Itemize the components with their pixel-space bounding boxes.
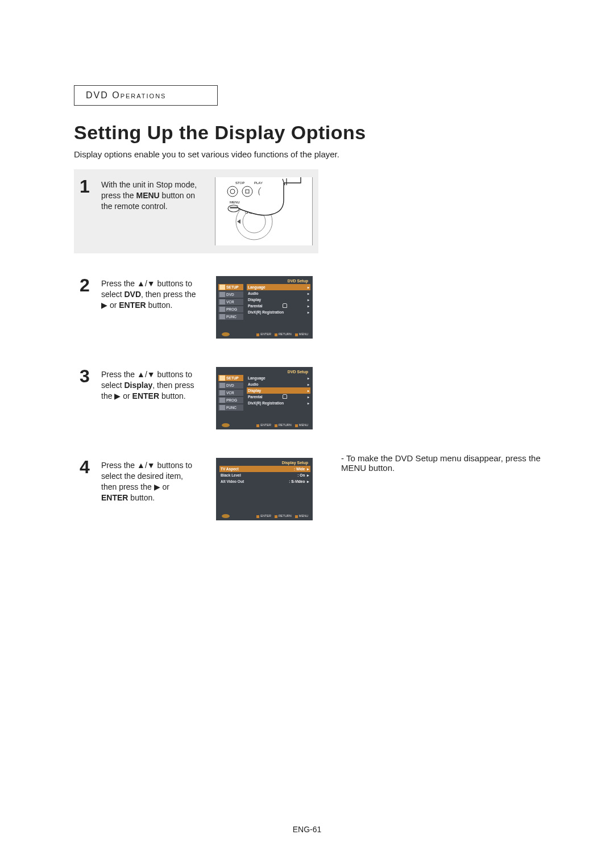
lock-icon (283, 394, 287, 399)
content-columns: 1 With the unit in Stop mode, press the … (74, 169, 546, 543)
step-number: 3 (80, 367, 94, 385)
osd-title: DVD Setup (218, 278, 310, 284)
right-icon: ▶ (154, 482, 160, 491)
osd-dvd-setup: DVD Setup SETUP DVD VCR PROG FUNC (216, 276, 313, 339)
osd-item-language: Language▸ (247, 375, 310, 381)
manual-page: DVD Operations Setting Up the Display Op… (0, 0, 614, 868)
right-icon: ▶ (101, 301, 107, 310)
osd-tab-func: FUNC (218, 314, 243, 320)
osd-item-parental: Parental▸ (247, 394, 310, 400)
osd-tab-func: FUNC (218, 404, 243, 411)
step-3: 3 Press the ▲/▼ buttons to select Displa… (74, 361, 318, 435)
section-tag: DVD Operations (74, 85, 218, 106)
osd-tab-setup: SETUP (218, 375, 243, 381)
osd-tabs: SETUP DVD VCR PROG FUNC (218, 284, 243, 331)
osd-item-language: Language▸ (247, 284, 310, 290)
step-4-text: Press the ▲/▼ buttons to select the desi… (101, 460, 198, 503)
stop-label: STOP (235, 181, 244, 185)
osd-tab-dvd: DVD (218, 382, 243, 389)
steps-column: 1 With the unit in Stop mode, press the … (74, 169, 318, 543)
lock-icon (283, 303, 287, 308)
svg-rect-3 (246, 190, 249, 193)
play-label: PLAY (254, 181, 263, 185)
section-tag-text: DVD Operations (86, 90, 166, 100)
page-number: ENG-61 (0, 825, 614, 834)
osd-row-altvideo: Alt Video Out: S-Video ▸ (219, 478, 310, 485)
notes-column: - To make the DVD Setup menu disappear, … (341, 169, 546, 543)
up-icon: ▲ (137, 461, 145, 470)
osd-row-blacklevel: Black Level: On ▸ (219, 472, 310, 478)
down-icon: ▼ (147, 279, 155, 288)
osd-title: DVD Setup (218, 369, 310, 375)
down-icon: ▼ (147, 461, 155, 470)
osd-dvd-setup: DVD Setup SETUP DVD VCR PROG FUNC (216, 367, 313, 429)
step-1: 1 With the unit in Stop mode, press the … (74, 169, 318, 253)
osd-tab-vcr: VCR (218, 299, 243, 305)
step-1-text: With the unit in Stop mode, press the ME… (101, 180, 198, 212)
osd-item-audio: Audio▸ (247, 381, 310, 387)
ufo-icon (222, 514, 230, 518)
osd-item-display: Display▸ (247, 297, 310, 303)
up-icon: ▲ (137, 279, 145, 288)
ufo-icon (222, 423, 230, 427)
osd-tab-prog: PROG (218, 306, 243, 312)
osd-tab-vcr: VCR (218, 390, 243, 396)
svg-point-1 (230, 189, 235, 194)
svg-rect-5 (230, 207, 238, 208)
screenshot-step4: Display Setup TV Aspect: Wide ▸ Black Le… (216, 458, 313, 520)
step-number: 2 (80, 276, 94, 294)
osd-tab-dvd: DVD (218, 291, 243, 298)
step-4: 4 Press the ▲/▼ buttons to select the de… (74, 452, 318, 526)
osd-footer: ENTER RETURN MENU (218, 331, 310, 336)
step-2: 2 Press the ▲/▼ buttons to select DVD, t… (74, 270, 318, 344)
screenshot-step2: DVD Setup SETUP DVD VCR PROG FUNC (216, 276, 313, 339)
menu-label: MENU (230, 201, 240, 204)
intro-text: Display options enable you to set variou… (74, 149, 546, 159)
osd-tab-setup: SETUP (218, 284, 243, 290)
ufo-icon (222, 332, 230, 336)
svg-marker-8 (237, 219, 240, 224)
osd-display-setup: Display Setup TV Aspect: Wide ▸ Black Le… (216, 458, 313, 520)
osd-row-tvaspect: TV Aspect: Wide ▸ (219, 466, 310, 472)
osd-item-divx: DivX(R) Registration▸ (247, 400, 310, 406)
note-text: - To make the DVD Setup menu disappear, … (341, 453, 546, 473)
page-title: Setting Up the Display Options (74, 122, 546, 144)
up-icon: ▲ (137, 370, 145, 379)
osd-item-divx: DivX(R) Registration▸ (247, 309, 310, 315)
osd-tab-prog: PROG (218, 397, 243, 403)
screenshot-step3: DVD Setup SETUP DVD VCR PROG FUNC (216, 367, 313, 429)
remote-diagram: STOP PLAY MENU (215, 177, 313, 245)
step-number: 4 (80, 458, 94, 476)
osd-item-audio: Audio▸ (247, 290, 310, 297)
step-3-text: Press the ▲/▼ buttons to select Display,… (101, 369, 198, 402)
step-2-text: Press the ▲/▼ buttons to select DVD, the… (101, 278, 198, 311)
svg-point-2 (242, 186, 252, 197)
osd-item-parental: Parental▸ (247, 303, 310, 309)
osd-item-display: Display▸ (247, 387, 310, 394)
osd-title: Display Setup (218, 460, 310, 466)
down-icon: ▼ (147, 370, 155, 379)
step-number: 1 (80, 177, 94, 195)
right-icon: ▶ (114, 391, 121, 400)
